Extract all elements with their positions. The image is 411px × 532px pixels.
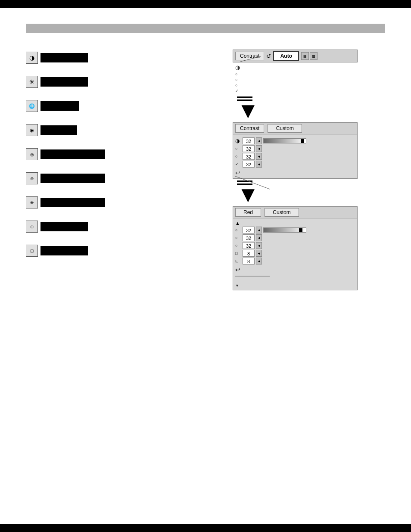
contrast-half-icon: ◑ [235, 138, 241, 144]
list-item[interactable]: ✳ [26, 76, 105, 88]
list-item[interactable]: ◑ [26, 52, 105, 64]
svg-line-1 [235, 176, 270, 189]
panel3-header: Red Custom [233, 206, 358, 218]
list-item[interactable]: ❋ [26, 196, 105, 208]
pattern-icon: ◉ [26, 124, 38, 136]
top-border [0, 0, 411, 8]
arrow-btn4[interactable]: ◄ [256, 161, 262, 168]
red-value1[interactable]: 32 [243, 227, 255, 233]
effect2-label [40, 174, 105, 183]
red-arrow3[interactable]: ◄ [256, 242, 262, 249]
list-item[interactable]: 🌐 [26, 100, 105, 112]
slider3[interactable] [263, 227, 306, 233]
panel3-footer: ↩ ▼ [235, 266, 355, 288]
brightness-icon: ✳ [26, 76, 38, 88]
red-row-5: ⊡ 8 ◄ [235, 258, 355, 264]
value2[interactable]: 32 [243, 145, 255, 152]
undo-row: ↩ [235, 169, 355, 176]
icon-grid2[interactable]: ▩ [310, 52, 318, 60]
effect4-icon: ⊙ [26, 221, 38, 233]
pattern-label [40, 125, 77, 135]
arrow-down1: ▼ [237, 99, 259, 121]
color-label [40, 101, 79, 111]
color-icon: 🌐 [26, 100, 38, 112]
custom-button2[interactable]: Custom [268, 124, 302, 133]
annotation-line2 [235, 176, 287, 189]
red-row-3: ○ 32 ◄ [235, 242, 355, 249]
panel1-contrast-auto: Contrast ↺ Auto ▦ ▩ ◑ ○ ○ ○ ✓ [233, 50, 358, 95]
value-row-1: ◑ 32 ◄ [235, 137, 355, 144]
refresh-icon[interactable]: ↺ [266, 53, 271, 59]
contrast-label [40, 53, 88, 62]
red-arrow5[interactable]: ◄ [256, 258, 262, 264]
effect1-label [40, 149, 105, 159]
red-value2[interactable]: 32 [243, 234, 255, 241]
effect5-icon: ⊡ [26, 245, 38, 257]
arrow-btn2[interactable]: ◄ [256, 145, 262, 152]
effect5-label [40, 246, 88, 255]
header-bar [26, 24, 385, 33]
red-icon4: □ [235, 251, 241, 255]
red-arrow2[interactable]: ◄ [256, 234, 262, 241]
icon-row2: ○ [235, 146, 241, 151]
list-item[interactable]: ⊡ [26, 245, 105, 257]
panel2-header: Contrast Custom [233, 122, 358, 134]
icon-row3: ○ [235, 154, 241, 159]
red-row-4: □ 8 ◄ [235, 250, 355, 257]
undo-icon2[interactable]: ↩ [235, 266, 240, 273]
value-row-4: ✓ 32 ◄ [235, 161, 355, 168]
annotation-line3 [235, 274, 278, 283]
panel3-red-custom: Red Custom ▲ ○ 32 ◄ ○ 32 ◄ [233, 206, 358, 290]
bottom-border [0, 524, 411, 532]
red-arrow4[interactable]: ◄ [256, 250, 262, 257]
list-item[interactable]: ◉ [26, 124, 105, 136]
red-button[interactable]: Red [235, 208, 261, 217]
effect4-label [40, 222, 88, 231]
effect3-label [40, 198, 105, 207]
value4[interactable]: 32 [243, 161, 255, 168]
panel3-body: ▲ ○ 32 ◄ ○ 32 ◄ ○ 32 ◄ [233, 218, 358, 290]
annotation-line1 [237, 62, 271, 75]
arrow-btn3[interactable]: ◄ [256, 153, 262, 160]
top-icon-row: ▲ [235, 221, 355, 226]
red-row-2: ○ 32 ◄ [235, 234, 355, 241]
custom-button3[interactable]: Custom [265, 208, 299, 217]
icon-row4: ✓ [235, 162, 241, 166]
extra-icon: ▼ [235, 283, 355, 288]
value-row-2: ○ 32 ◄ [235, 145, 355, 152]
red-icon2: ○ [235, 236, 241, 240]
effect2-icon: ⊛ [26, 172, 38, 184]
red-value5[interactable]: 8 [243, 258, 255, 264]
panel2-contrast-custom: Contrast Custom ◑ 32 ◄ ○ 32 ◄ ○ 32 [233, 122, 358, 179]
auto-button[interactable]: Auto [273, 51, 299, 61]
red-icon5: ⊡ [235, 259, 241, 263]
effect3-icon: ❋ [26, 196, 38, 208]
undo-icon[interactable]: ↩ [235, 169, 240, 176]
value-row-3: ○ 32 ◄ [235, 153, 355, 160]
red-value3[interactable]: 32 [243, 242, 255, 249]
red-row-1: ○ 32 ◄ [235, 227, 355, 233]
red-arrow1[interactable]: ◄ [256, 227, 262, 233]
brightness-label [40, 77, 88, 87]
arrow-section1: ▼ [237, 96, 358, 121]
list-item[interactable]: ◎ [26, 148, 105, 160]
icon-grid1[interactable]: ▦ [301, 52, 309, 60]
small-icons-group: ▦ ▩ [301, 52, 318, 60]
icon-list: ◑ ✳ 🌐 ◉ ◎ ⊛ ❋ ⊙ ⊡ [26, 52, 105, 257]
list-item[interactable]: ⊙ [26, 221, 105, 233]
slider1[interactable] [263, 138, 306, 143]
red-value4[interactable]: 8 [243, 250, 255, 257]
value3[interactable]: 32 [243, 153, 255, 160]
right-panel: Contrast ↺ Auto ▦ ▩ ◑ ○ ○ ○ ✓ [233, 50, 358, 290]
effect1-icon: ◎ [26, 148, 38, 160]
panel2-body: ◑ 32 ◄ ○ 32 ◄ ○ 32 ◄ ✓ 32 [233, 134, 358, 179]
contrast-icon: ◑ [26, 52, 38, 64]
list-item[interactable]: ⊛ [26, 172, 105, 184]
red-icon1: ○ [235, 228, 241, 232]
red-icon3: ○ [235, 243, 241, 248]
value1[interactable]: 32 [243, 137, 255, 144]
arrow-btn1[interactable]: ◄ [256, 137, 262, 144]
panel1-header: Contrast ↺ Auto ▦ ▩ [233, 50, 358, 62]
contrast-button2[interactable]: Contrast [235, 124, 264, 133]
